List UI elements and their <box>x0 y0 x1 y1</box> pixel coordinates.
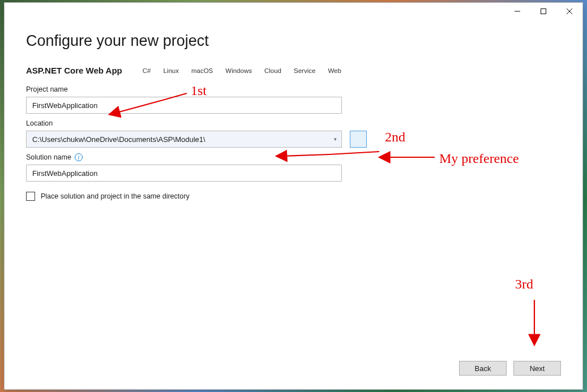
template-tag: Cloud <box>260 66 286 75</box>
template-row: ASP.NET Core Web App C# Linux macOS Wind… <box>26 66 561 75</box>
close-button[interactable] <box>556 3 582 20</box>
template-tag: Service <box>289 66 320 75</box>
page-title: Configure your new project <box>26 32 561 50</box>
solution-name-input[interactable] <box>26 165 342 182</box>
minimize-button[interactable] <box>504 3 530 20</box>
solution-name-label: Solution name i <box>26 153 561 161</box>
template-tag: Web <box>323 66 345 75</box>
template-tag: Linux <box>158 66 183 75</box>
svg-rect-1 <box>541 9 546 14</box>
browse-button[interactable] <box>350 131 367 148</box>
back-button[interactable]: Back <box>459 361 507 376</box>
dialog-window: Configure your new project ASP.NET Core … <box>4 2 583 390</box>
info-icon[interactable]: i <box>75 153 83 161</box>
next-button[interactable]: Next <box>513 361 561 376</box>
same-directory-checkbox[interactable] <box>26 192 35 201</box>
close-icon <box>567 8 572 14</box>
template-name: ASP.NET Core Web App <box>26 66 122 75</box>
location-label: Location <box>26 119 561 127</box>
template-tag: C# <box>138 66 156 75</box>
minimize-icon <box>515 8 520 14</box>
content-area: Configure your new project ASP.NET Core … <box>5 20 582 355</box>
project-name-label: Project name <box>26 85 561 93</box>
maximize-button[interactable] <box>530 3 556 20</box>
location-combo[interactable]: C:\Users\chukw\OneDrive\Documents\ASP\Mo… <box>26 131 342 148</box>
chevron-down-icon: ▾ <box>334 136 337 142</box>
maximize-icon <box>541 8 546 14</box>
location-value: C:\Users\chukw\OneDrive\Documents\ASP\Mo… <box>32 135 205 144</box>
titlebar <box>5 3 582 20</box>
same-directory-label: Place solution and project in the same d… <box>41 192 190 200</box>
same-directory-row: Place solution and project in the same d… <box>26 192 561 201</box>
footer: Back Next <box>5 355 582 389</box>
template-tag: macOS <box>187 66 217 75</box>
project-name-input[interactable] <box>26 97 342 114</box>
template-tag: Windows <box>221 66 256 75</box>
solution-name-label-text: Solution name <box>26 153 71 161</box>
